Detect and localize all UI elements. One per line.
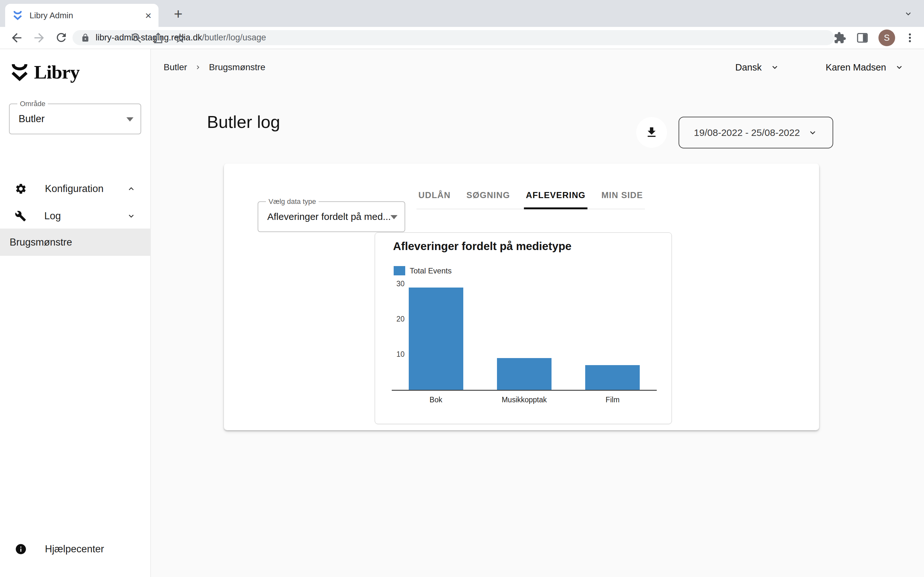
lock-icon bbox=[81, 33, 90, 42]
x-category-label: Film bbox=[564, 396, 661, 404]
area-select-label: Område bbox=[17, 100, 48, 108]
new-tab-button[interactable]: + bbox=[174, 5, 183, 23]
chart-card: Afleveringer fordelt på medietype Total … bbox=[375, 232, 672, 424]
profile-avatar[interactable]: S bbox=[879, 29, 895, 46]
back-button[interactable] bbox=[10, 31, 24, 45]
language-label: Dansk bbox=[735, 62, 762, 73]
breadcrumb-item-current: Brugsmønstre bbox=[209, 62, 265, 73]
area-select-value: Butler bbox=[19, 113, 45, 125]
reload-button[interactable] bbox=[55, 31, 69, 45]
user-name: Karen Madsen bbox=[825, 62, 886, 73]
libry-logo: Libry bbox=[10, 61, 79, 83]
y-tick-label: 30 bbox=[375, 279, 405, 288]
log-tabs: UDLÅN SØGNING AFLEVERING MIN SIDE bbox=[417, 182, 645, 210]
libry-logo-text: Libry bbox=[34, 61, 79, 83]
zoom-out-icon[interactable] bbox=[130, 32, 142, 44]
share-icon[interactable] bbox=[152, 32, 164, 44]
chevron-down-icon bbox=[126, 211, 136, 221]
sidebar-item-help-center[interactable]: Hjælpecenter bbox=[0, 535, 151, 563]
language-selector[interactable]: Dansk bbox=[735, 60, 780, 75]
download-icon bbox=[645, 126, 658, 139]
url-bar[interactable]: libry-admin-staging.redia.dk/butler/log/… bbox=[73, 30, 834, 45]
breadcrumb: Butler Brugsmønstre bbox=[164, 60, 265, 75]
chevron-down-icon bbox=[808, 127, 818, 138]
area-select[interactable]: Område Butler bbox=[9, 103, 141, 134]
sidebar: Libry Område Butler Konfiguration Log Br… bbox=[0, 49, 151, 577]
bar-musikkopptak bbox=[497, 358, 551, 390]
chevron-down-icon bbox=[770, 63, 780, 72]
y-tick-label: 20 bbox=[375, 315, 405, 324]
main-content: Butler Brugsmønstre Dansk Karen Madsen B… bbox=[151, 49, 924, 577]
toolbar-right-icons: S bbox=[834, 27, 924, 49]
user-menu[interactable]: Karen Madsen bbox=[825, 60, 904, 75]
breadcrumb-item-butler[interactable]: Butler bbox=[164, 62, 187, 73]
data-type-select-label: Vælg data type bbox=[266, 197, 318, 206]
x-category-label: Musikkopptak bbox=[476, 396, 572, 404]
sidebar-item-label: Brugsmønstre bbox=[10, 237, 151, 248]
urlbar-action-icons bbox=[130, 32, 186, 44]
tab-title: Libry Admin bbox=[29, 11, 145, 21]
y-tick-label: 10 bbox=[375, 350, 405, 359]
dropdown-arrow-icon bbox=[391, 215, 397, 219]
forward-button[interactable] bbox=[32, 31, 46, 45]
data-type-select[interactable]: Vælg data type Afleveringer fordelt på m… bbox=[258, 201, 405, 232]
chevron-up-icon bbox=[126, 184, 136, 193]
libry-favicon-icon bbox=[12, 10, 23, 21]
extensions-puzzle-icon[interactable] bbox=[834, 31, 846, 44]
data-type-select-value: Afleveringer fordelt på med... bbox=[267, 211, 391, 222]
bookmark-star-icon[interactable] bbox=[174, 32, 186, 44]
chart-plot: 102030BokMusikkopptakFilm bbox=[375, 233, 672, 424]
bar-bok bbox=[409, 287, 463, 390]
sidebar-item-label: Hjælpecenter bbox=[45, 543, 151, 555]
chevron-right-icon bbox=[194, 63, 202, 71]
tab-min-side[interactable]: MIN SIDE bbox=[599, 182, 645, 209]
dropdown-arrow-icon bbox=[126, 117, 134, 121]
sidebar-item-log[interactable]: Log bbox=[0, 203, 151, 229]
browser-tab[interactable]: Libry Admin × bbox=[5, 4, 158, 27]
sidebar-item-label: Log bbox=[44, 210, 126, 222]
gear-icon bbox=[15, 183, 27, 195]
tab-aflevering[interactable]: AFLEVERING bbox=[524, 182, 588, 209]
bar-film bbox=[585, 365, 640, 390]
x-axis-line bbox=[392, 390, 657, 391]
sidebar-item-konfiguration[interactable]: Konfiguration bbox=[0, 175, 151, 203]
page-title: Butler log bbox=[207, 112, 280, 132]
side-panel-icon[interactable] bbox=[856, 31, 869, 44]
libry-logo-mark-icon bbox=[10, 63, 29, 82]
sidebar-item-label: Konfiguration bbox=[45, 183, 126, 195]
tab-close-icon[interactable]: × bbox=[145, 10, 152, 21]
tab-udlan[interactable]: UDLÅN bbox=[417, 182, 453, 209]
date-range-value: 19/08-2022 - 25/08-2022 bbox=[694, 127, 800, 138]
log-card: UDLÅN SØGNING AFLEVERING MIN SIDE Vælg d… bbox=[224, 163, 819, 430]
sidebar-item-brugsmonstre[interactable]: Brugsmønstre bbox=[0, 229, 151, 256]
info-icon bbox=[15, 543, 27, 555]
x-category-label: Bok bbox=[388, 396, 484, 404]
url-path: /butler/log/usage bbox=[202, 33, 266, 42]
date-range-button[interactable]: 19/08-2022 - 25/08-2022 bbox=[678, 117, 833, 148]
kebab-menu-icon[interactable] bbox=[904, 32, 916, 44]
download-button[interactable] bbox=[636, 117, 667, 148]
tab-sogning[interactable]: SØGNING bbox=[465, 182, 512, 209]
browser-toolbar: libry-admin-staging.redia.dk/butler/log/… bbox=[0, 27, 924, 49]
browser-tab-strip: Libry Admin × + bbox=[0, 0, 924, 27]
wrench-icon bbox=[15, 210, 26, 222]
chevron-down-icon bbox=[895, 63, 904, 72]
tab-search-chevron-icon[interactable] bbox=[903, 9, 913, 19]
